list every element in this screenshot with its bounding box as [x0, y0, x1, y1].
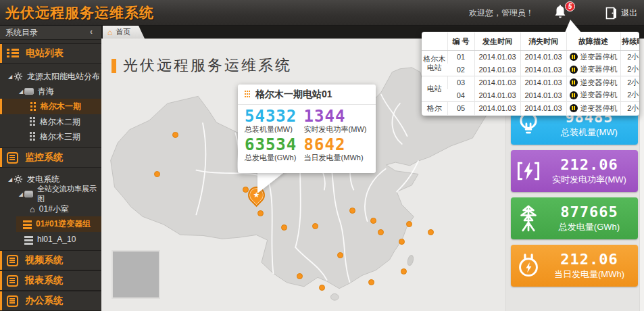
stat-total-generation: 63534 总发电量(GWh) [245, 136, 304, 163]
notification-badge: 5 [565, 1, 575, 11]
stat-realtime-power: 1344 实时发电功率(MW) [304, 107, 369, 135]
station-dot[interactable] [281, 224, 287, 231]
home-icon [107, 28, 112, 37]
sidebar-item-report-system[interactable]: 报表系统 [0, 270, 101, 291]
logout-label: 退出 [621, 7, 637, 19]
station-dot[interactable] [172, 132, 178, 138]
card-info: 212.06 实时发电功率(MW) [546, 157, 638, 186]
welcome-text: 欢迎您，管理员！ [469, 7, 534, 19]
station-col-header [422, 32, 447, 51]
logout-button[interactable]: 退出 [605, 7, 637, 20]
caret-expanded-icon[interactable] [18, 191, 24, 197]
pause-icon [570, 91, 578, 99]
app-root: 光伏远程服务运维系统 欢迎您，管理员！ 5 退出 [0, 0, 644, 311]
fault-table-header-row: 编 号 发生时间 消失时间 故障描述 持续时间 [422, 32, 639, 51]
sidebar-header: 系统目录 [0, 26, 101, 40]
stat-daily-generation: 8642 当日发电量(MWh) [304, 136, 369, 163]
card-daily-generation: 212.06 当日发电量(MWh) [511, 245, 638, 287]
tree-leaf-hl01[interactable]: hl01_A_10 [0, 232, 101, 247]
report-icon [7, 152, 18, 164]
card-realtime-power: 212.06 实时发电功率(MW) [511, 150, 638, 192]
tree-leaf-geermu-phase3[interactable]: 格尔木三期 [0, 129, 101, 144]
grid-dots-icon [245, 91, 250, 99]
caret-expanded-icon[interactable] [7, 176, 14, 183]
station-dot[interactable] [370, 218, 376, 224]
station-dot[interactable] [399, 239, 405, 245]
table-row: 04 2014.01.03 2014.01.03 逆变器停机 2小时 [422, 89, 639, 102]
accent-bar [0, 44, 2, 63]
header-right: 欢迎您，管理员！ 5 退出 [469, 0, 637, 26]
report-icon [7, 295, 18, 307]
home-icon [30, 205, 35, 214]
page-title: 光伏远程服务运维系统 [112, 55, 292, 76]
map-inset-box [112, 250, 160, 299]
table-row: 02 2014.01.03 2014.01.03 逆变器停机 2小时 [422, 64, 639, 76]
report-icon [7, 275, 18, 287]
image-frame-icon [24, 191, 34, 197]
station-dot[interactable] [401, 268, 407, 274]
table-row: 格尔 05 2014.01.03 2014.01.03 逆变器停机 2小时 [422, 102, 639, 115]
station-dot[interactable] [257, 210, 264, 216]
station-name: 电站 [422, 76, 447, 102]
station-name: 格尔木电站 [422, 51, 447, 76]
title-accent-bar [112, 59, 116, 73]
accent-bar [0, 291, 2, 310]
door-icon [605, 7, 617, 20]
sidebar-title: 系统目录 [5, 27, 38, 39]
popup-stats: 54332 总装机量(MW) 1344 实时发电功率(MW) 63534 总发电… [238, 105, 376, 163]
station-dot[interactable] [297, 273, 303, 279]
station-dot[interactable] [368, 279, 374, 285]
tree-node-distribution[interactable]: 龙源太阳能电站分布 [0, 69, 101, 84]
station-popup: 格尔木一期电站01 54332 总装机量(MW) 1344 实时发电功率(MW)… [238, 85, 376, 173]
popup-header: 格尔木一期电站01 [238, 85, 376, 105]
station-dot[interactable] [312, 223, 318, 229]
list-icon [7, 49, 19, 58]
fault-table: 编 号 发生时间 消失时间 故障描述 持续时间 格尔木电站 01 2014.01… [422, 32, 639, 115]
station-dot[interactable] [154, 171, 160, 177]
station-name: 格尔 [422, 102, 447, 115]
sidebar-item-station-list[interactable]: 电站列表 [0, 43, 101, 64]
tree-leaf-inverter-group-selected[interactable]: 01#01逆变器组 [16, 216, 101, 232]
tree-leaf-geermu-phase1-selected[interactable]: 格尔木一期 [0, 99, 101, 114]
inverter-bars-icon [23, 220, 32, 229]
sidebar-item-monitoring-system[interactable]: 监控系统 [0, 147, 101, 168]
grid-icon [30, 117, 36, 126]
pause-icon [570, 78, 578, 87]
station-dot[interactable] [378, 229, 384, 235]
station-dot[interactable] [428, 229, 434, 235]
station-dot[interactable] [337, 252, 343, 258]
accent-bar [0, 148, 2, 167]
tab-home[interactable]: 首页 [103, 26, 145, 39]
tree-leaf-geermu-phase2[interactable]: 格尔木二期 [0, 114, 101, 129]
card-info: 877665 总发电量(GWh) [546, 204, 638, 233]
scrollbar-track[interactable] [639, 26, 644, 311]
grid-icon [30, 102, 36, 112]
popup-tail [257, 171, 286, 193]
collapse-sidebar-button[interactable] [86, 28, 96, 37]
card-info: 212.06 当日发电量(MWh) [546, 252, 638, 281]
pause-icon [570, 53, 578, 61]
sidebar-item-office-system[interactable]: 办公系统 [0, 291, 101, 311]
pause-icon [570, 104, 578, 112]
plug-icon [511, 252, 546, 279]
image-frame-icon [24, 88, 34, 95]
tree-node-qinghai[interactable]: 青海 [0, 84, 101, 99]
app-header: 光伏远程服务运维系统 欢迎您，管理员！ 5 退出 [0, 0, 644, 26]
station-dot[interactable] [319, 285, 325, 291]
report-icon [7, 255, 18, 266]
tree-node-ac-power-display[interactable]: 全站交流功率展示图 [0, 187, 101, 201]
caret-expanded-icon[interactable] [18, 89, 24, 95]
sidebar-item-video-system[interactable]: 视频系统 [0, 250, 101, 270]
fault-table-panel: 编 号 发生时间 消失时间 故障描述 持续时间 格尔木电站 01 2014.01… [422, 32, 639, 116]
station-dot[interactable] [349, 208, 355, 214]
gear-icon [14, 72, 23, 81]
popup-title: 格尔木一期电站01 [255, 89, 332, 101]
table-row: 电站 03 2014.01.03 2014.01.03 逆变器停机 2小时 [422, 76, 639, 89]
sidebar: 系统目录 电站列表 龙源太阳能电站分布 青海 格尔木一期 格 [0, 26, 101, 311]
station-dot[interactable] [406, 221, 412, 227]
caret-expanded-icon[interactable] [7, 74, 14, 80]
power-tower-icon [511, 204, 546, 233]
accent-bar [0, 271, 2, 290]
grid-icon [30, 132, 36, 141]
card-total-generation: 877665 总发电量(GWh) [511, 197, 638, 239]
